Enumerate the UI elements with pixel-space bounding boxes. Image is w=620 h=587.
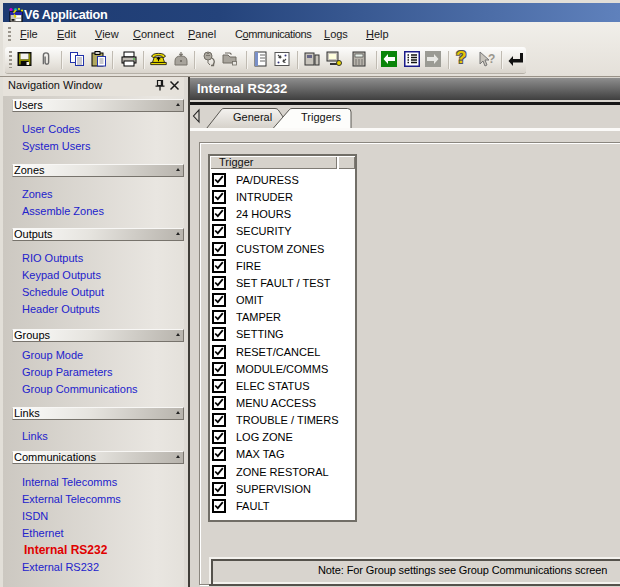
svg-text:Triggers: Triggers (301, 111, 341, 123)
svg-text:?: ? (488, 52, 495, 66)
svg-text:General: General (233, 111, 272, 123)
